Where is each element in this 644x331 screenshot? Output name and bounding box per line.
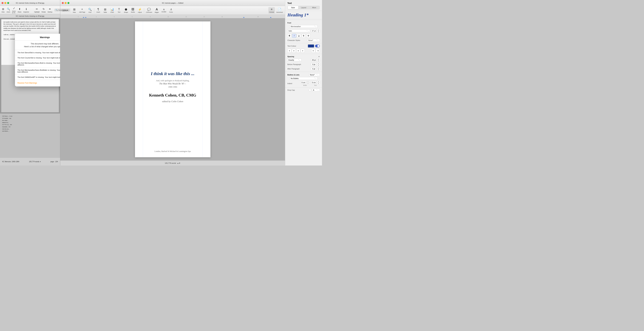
- font-family-select[interactable]: Merriweather ⌃⌄: [290, 25, 318, 28]
- text-indent-up[interactable]: ▲: [317, 81, 320, 83]
- warnings-title: Warnings: [40, 36, 50, 39]
- align-justify-button[interactable]: ≡: [300, 49, 305, 53]
- left-close-btn[interactable]: [2, 2, 4, 4]
- doc-author: Kenneth Cohen, CB, CMG: [143, 93, 202, 98]
- font-size-up-btn[interactable]: ▲: [317, 29, 320, 31]
- no-bullets-select[interactable]: No Bullets ⌃⌄: [290, 77, 318, 80]
- pages-document-btn[interactable]: 📄 Document: [276, 7, 284, 14]
- drop-cap-style-select[interactable]: A ⌃⌄: [312, 89, 320, 92]
- after-para-up[interactable]: ▲: [317, 67, 320, 69]
- before-para-stepper[interactable]: ▲ ▼: [317, 63, 320, 66]
- toolbar-highlight[interactable]: ✏ Highlight: [34, 8, 40, 13]
- pages-word-count-bar[interactable]: 105,778 words ▲▼: [60, 160, 285, 166]
- font-size-value[interactable]: 37 pt: [311, 30, 317, 32]
- tab-style[interactable]: Style: [288, 6, 298, 9]
- line-spacing-row: Exactly ⌃⌄ 49 pt ▲ ▼: [285, 58, 322, 62]
- before-para-down[interactable]: ▼: [317, 64, 320, 66]
- pages-chart-btn[interactable]: 📊 Chart: [109, 7, 115, 14]
- word-count-area[interactable]: 105,774 words ▾: [29, 161, 41, 163]
- pages-text-btn[interactable]: T Text: [116, 7, 122, 14]
- pages-insert-btn[interactable]: ¶ Insert: [95, 7, 102, 14]
- resolve-font-warnings-link[interactable]: Resolve Font Warnings: [18, 82, 37, 84]
- pages-find-btn[interactable]: 🔍 Find: [87, 7, 93, 14]
- strikethrough-button[interactable]: S: [302, 34, 306, 38]
- toolbar-share[interactable]: ⬆ Share: [18, 8, 22, 13]
- pages-view-btn[interactable]: ⊞ View: [71, 7, 78, 14]
- pages-format-btn[interactable]: ≡ Format: [268, 7, 275, 14]
- pages-addpage-btn[interactable]: + Add Page: [78, 7, 86, 14]
- pages-smaller-btn[interactable]: A Smaller: [160, 8, 167, 13]
- bold-button[interactable]: B: [288, 34, 292, 38]
- bullet-indent-stepper[interactable]: ▲ ▼: [306, 81, 310, 84]
- indent-label: Indent: [288, 83, 292, 84]
- format-buttons-row: B I U S ⚙: [285, 33, 322, 38]
- search-input[interactable]: [58, 9, 69, 11]
- line-spacing-stepper[interactable]: ▲ ▼: [317, 58, 320, 62]
- underline-button[interactable]: U: [297, 34, 301, 38]
- text-indent-val[interactable]: 0 cm: [311, 81, 317, 84]
- spacing-collapse-icon[interactable]: ▼: [318, 56, 320, 58]
- toolbar-view[interactable]: ⊞ View: [1, 8, 5, 13]
- ruler-marker-right: [243, 17, 244, 18]
- line-spacing-select[interactable]: Exactly ⌃⌄: [288, 59, 302, 61]
- toolbar-zoom[interactable]: 🔍 Zoom: [6, 8, 10, 13]
- bullet-indent-up[interactable]: ▲: [307, 81, 309, 83]
- bullet-indent-down[interactable]: ▼: [307, 83, 309, 84]
- search-bar[interactable]: 🔍: [54, 9, 70, 12]
- after-paragraph-row: After Paragraph 6 pt ▲ ▼: [285, 67, 322, 71]
- line-spacing-down[interactable]: ▼: [317, 60, 320, 62]
- drop-cap-checkbox[interactable]: [309, 89, 311, 91]
- text-indent-stepper[interactable]: ▲ ▼: [317, 81, 320, 84]
- color-swatch[interactable]: [308, 44, 314, 48]
- pages-shape-btn[interactable]: ⬟ Shape: [123, 7, 129, 14]
- pages-fonts-btn[interactable]: 𝐴 Fonts: [168, 7, 174, 14]
- tab-more[interactable]: More: [309, 6, 320, 9]
- pages-table-btn[interactable]: ⊞ Table: [102, 7, 108, 14]
- align-center-button[interactable]: ≡: [292, 49, 296, 53]
- tab-layout[interactable]: Layout: [298, 6, 309, 9]
- line-spacing-up[interactable]: ▲: [317, 59, 320, 60]
- text-indent-down[interactable]: ▼: [317, 83, 320, 84]
- share-icon: ⬆: [18, 8, 21, 11]
- pages-smaller-icon: A: [163, 8, 164, 11]
- before-paragraph-val[interactable]: 0 pt: [311, 63, 317, 66]
- align-left-button[interactable]: ≡: [288, 49, 292, 53]
- drop-cap-label: Drop Cap: [288, 89, 295, 91]
- warnings-dialog: Warnings Done This document may look dif…: [15, 34, 60, 87]
- after-para-down[interactable]: ▼: [317, 69, 320, 70]
- font-style-select[interactable]: Italic ⌃⌄: [288, 30, 310, 32]
- pages-window-controls: [62, 2, 69, 4]
- pages-adjust-btn[interactable]: ⚡ Adjust: [137, 7, 143, 14]
- pages-bigger-btn[interactable]: A Bigger: [154, 7, 160, 14]
- left-minimize-btn[interactable]: [4, 2, 6, 4]
- pages-maximize-btn[interactable]: [68, 2, 69, 4]
- pages-view-icon: ⊞: [73, 8, 76, 11]
- toolbar-zoom-to-fit[interactable]: ⤢ Zoom to Fit: [12, 7, 16, 14]
- pages-fonts-icon: 𝐴: [170, 8, 172, 11]
- rotate-icon: ↻: [42, 8, 45, 11]
- pages-media-btn[interactable]: 🖼 Media: [130, 7, 136, 14]
- align-right-button[interactable]: ≡: [296, 49, 300, 53]
- toolbar-markup[interactable]: ✒ Markup: [48, 8, 52, 13]
- pages-comment-btn[interactable]: 💬 Comment: [145, 7, 153, 14]
- pages-minimize-btn[interactable]: [65, 2, 66, 4]
- font-size-down-btn[interactable]: ▼: [317, 31, 320, 33]
- more-format-button[interactable]: ⚙: [306, 34, 310, 38]
- bullets-type-select[interactable]: None* ⌃⌄: [309, 73, 320, 76]
- font-size-stepper[interactable]: ▲ ▼: [317, 29, 320, 33]
- left-maximize-btn[interactable]: [7, 2, 9, 4]
- indent-decrease-button[interactable]: ⇤: [311, 49, 316, 53]
- after-paragraph-val[interactable]: 6 pt: [311, 67, 317, 70]
- after-para-stepper[interactable]: ▲ ▼: [317, 67, 320, 71]
- pages-close-btn[interactable]: [62, 2, 64, 4]
- indent-increase-button[interactable]: ⇥: [316, 49, 320, 53]
- character-styles-select[interactable]: None* ⌃⌄: [307, 39, 320, 42]
- color-toggle[interactable]: [315, 45, 320, 47]
- pages-adjust-icon: ⚡: [138, 8, 142, 11]
- italic-button[interactable]: I: [292, 34, 296, 38]
- toolbar-rotate[interactable]: ↻ Rotate: [42, 8, 46, 13]
- toolbar-inspector[interactable]: ℹ Inspector: [23, 8, 29, 13]
- bullet-indent-val[interactable]: 0 cm: [300, 81, 306, 84]
- before-para-up[interactable]: ▲: [317, 63, 320, 64]
- line-spacing-num-val[interactable]: 49 pt: [311, 59, 317, 61]
